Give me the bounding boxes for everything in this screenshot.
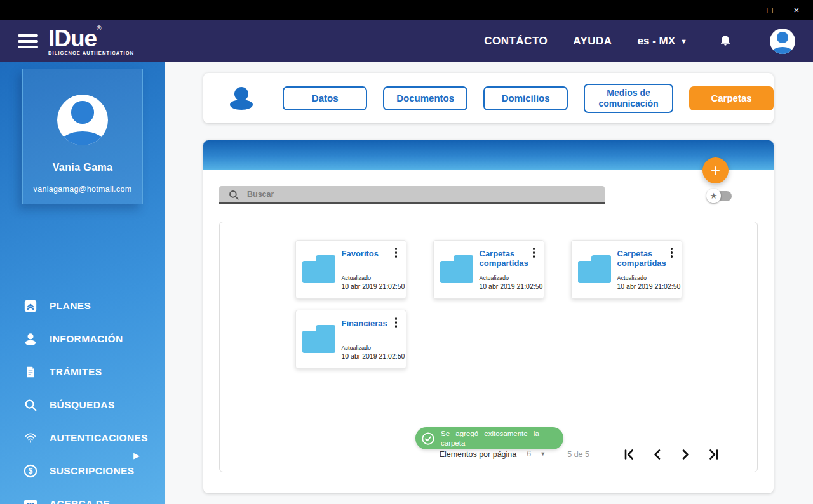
dollar-icon: $: [23, 463, 38, 479]
svg-text:$: $: [29, 467, 33, 475]
folder-updated-date: 10 abr 2019 21:02:50: [342, 352, 405, 360]
tab-domicilios[interactable]: Domicilios: [483, 86, 568, 110]
chevron-down-icon: ▼: [540, 451, 546, 457]
maximize-button[interactable]: □: [763, 0, 776, 20]
sidebar-menu: PLANES INFORMACIÓN TRÁMITES BÚSQUEDAS: [0, 289, 165, 504]
toast-message: Se agregó exitosamente la carpeta: [441, 429, 539, 448]
chevron-down-icon: ▼: [680, 37, 687, 45]
folder-options-kebab-icon[interactable]: [528, 246, 540, 261]
folder-updated-label: Actualizado: [617, 275, 647, 281]
hamburger-menu-icon[interactable]: [18, 34, 38, 48]
sidebar-user-card: Vania Gama vaniagamag@hotmail.com: [22, 69, 143, 204]
folder-updated-label: Actualizado: [480, 275, 509, 281]
folders-grid: Favoritos Actualizado 10 abr 2019 21:02:…: [295, 240, 682, 369]
sidebar-item-autenticaciones[interactable]: AUTENTICACIONES: [0, 421, 165, 454]
user-name: Vania Gama: [23, 162, 142, 173]
os-titlebar: — □ ×: [0, 0, 813, 20]
search-input[interactable]: [219, 186, 605, 204]
star-icon: ★: [706, 189, 721, 203]
favorites-filter-toggle[interactable]: ★: [706, 189, 732, 204]
pagination-bar: Elementos por página 6 ▼ 5 de 5: [440, 448, 720, 461]
folder-updated-date: 10 abr 2019 21:02:50: [342, 282, 405, 290]
logo-title: IDue: [48, 25, 97, 51]
items-per-page-label: Elementos por página: [440, 450, 517, 459]
folder-options-kebab-icon[interactable]: [391, 315, 402, 331]
fingerprint-icon: [23, 430, 38, 446]
folder-card[interactable]: Carpetas compartidas Actualizado 10 abr …: [433, 240, 544, 299]
profile-person-icon: [230, 86, 252, 111]
plans-icon: [23, 298, 38, 314]
sidebar-avatar: [57, 95, 108, 145]
document-icon: [23, 364, 38, 380]
notifications-bell-icon[interactable]: [718, 34, 733, 49]
folder-card[interactable]: Carpetas compartidas Actualizado 10 abr …: [571, 240, 682, 299]
person-icon: [23, 331, 38, 347]
pagination-nav: [622, 448, 720, 461]
sidebar-item-label: SUSCRIPCIONES: [50, 465, 135, 477]
folders-panel-header: [203, 140, 774, 170]
minimize-button[interactable]: —: [737, 0, 749, 20]
page-size-value: 6: [527, 449, 531, 458]
sidebar-item-acerca-de[interactable]: ACERCA DE: [0, 487, 165, 504]
sidebar-item-label: PLANES: [50, 300, 91, 312]
nav-contact-link[interactable]: CONTÁCTO: [484, 35, 548, 48]
first-page-button[interactable]: [622, 448, 636, 461]
app-header: IDue® DILIGENCE AUTHENTICATION CONTÁCTO …: [0, 20, 813, 62]
search-icon: [228, 189, 239, 201]
submenu-expand-icon[interactable]: ▶: [133, 451, 140, 460]
sidebar: Vania Gama vaniagamag@hotmail.com PLANES…: [0, 62, 165, 504]
page-size-select[interactable]: 6 ▼: [523, 449, 557, 460]
sidebar-item-suscripciones[interactable]: $ SUSCRIPCIONES: [0, 454, 165, 487]
tab-datos[interactable]: Datos: [283, 86, 367, 110]
tab-medios-de-comunicacion[interactable]: Medios de comunicación: [584, 84, 673, 113]
folder-options-kebab-icon[interactable]: [666, 246, 678, 261]
last-page-button[interactable]: [706, 448, 720, 461]
sidebar-item-label: AUTENTICACIONES: [50, 432, 148, 444]
user-email: vaniagamag@hotmail.com: [23, 185, 142, 194]
page-range: 5 de 5: [567, 450, 589, 459]
app-window: — □ × IDue® DILIGENCE AUTHENTICATION CON…: [0, 0, 813, 504]
next-page-button[interactable]: [678, 448, 692, 461]
user-avatar[interactable]: [770, 29, 795, 54]
folder-updated-date: 10 abr 2019 21:02:50: [480, 282, 543, 290]
folder-icon: [578, 255, 611, 283]
folder-icon: [302, 325, 335, 353]
header-nav: CONTÁCTO AYUDA es - MX ▼: [484, 29, 795, 54]
folder-card[interactable]: Favoritos Actualizado 10 abr 2019 21:02:…: [295, 240, 406, 299]
search-icon: [23, 397, 38, 413]
success-toast: Se agregó exitosamente la carpeta: [415, 427, 563, 449]
sidebar-item-busquedas[interactable]: BÚSQUEDAS: [0, 388, 165, 421]
app-logo: IDue® DILIGENCE AUTHENTICATION: [48, 27, 134, 56]
chat-icon: [23, 496, 38, 504]
folders-container: Favoritos Actualizado 10 abr 2019 21:02:…: [219, 222, 758, 472]
sidebar-item-informacion[interactable]: INFORMACIÓN: [0, 322, 165, 355]
language-value: es - MX: [638, 35, 676, 48]
nav-help-link[interactable]: AYUDA: [573, 35, 612, 48]
sidebar-item-label: BÚSQUEDAS: [50, 399, 115, 411]
sidebar-item-label: ACERCA DE: [50, 498, 110, 504]
sidebar-item-label: TRÁMITES: [50, 366, 102, 378]
close-button[interactable]: ×: [790, 0, 803, 20]
folder-card[interactable]: Financieras Actualizado 10 abr 2019 21:0…: [295, 310, 406, 369]
registered-mark: ®: [97, 25, 101, 32]
language-selector[interactable]: es - MX ▼: [638, 35, 687, 48]
folder-options-kebab-icon[interactable]: [391, 246, 402, 261]
add-folder-button[interactable]: +: [702, 157, 729, 183]
section-tabs-card: Datos Documentos Domicilios Medios de co…: [203, 73, 774, 123]
tab-carpetas[interactable]: Carpetas: [689, 86, 774, 110]
tab-documentos[interactable]: Documentos: [383, 86, 467, 110]
section-tabs: Datos Documentos Domicilios Medios de co…: [283, 84, 774, 113]
sidebar-item-planes[interactable]: PLANES: [0, 289, 165, 322]
sidebar-item-label: INFORMACIÓN: [50, 333, 123, 345]
folder-updated-date: 10 abr 2019 21:02:50: [617, 282, 681, 290]
main-content: Datos Documentos Domicilios Medios de co…: [165, 62, 813, 504]
folder-updated-label: Actualizado: [342, 345, 372, 351]
logo-subtitle: DILIGENCE AUTHENTICATION: [48, 51, 134, 56]
previous-page-button[interactable]: [650, 448, 664, 461]
folders-panel: + ★ Favoritos Actualizado: [203, 140, 774, 493]
sidebar-item-tramites[interactable]: TRÁMITES: [0, 355, 165, 388]
folder-icon: [440, 255, 473, 283]
folder-updated-label: Actualizado: [342, 275, 372, 281]
folder-search: [219, 186, 605, 204]
folder-icon: [302, 255, 335, 283]
